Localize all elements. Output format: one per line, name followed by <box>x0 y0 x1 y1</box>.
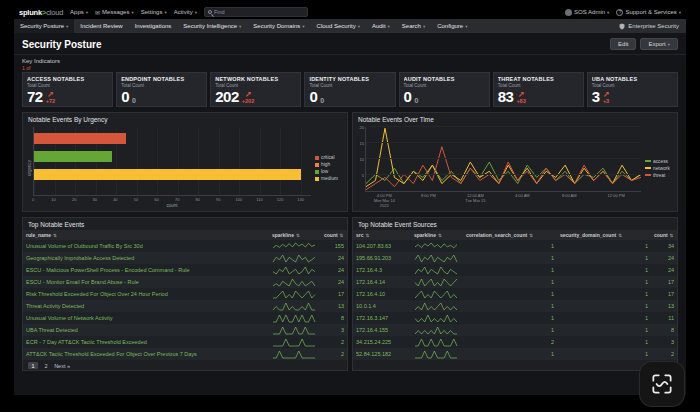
urgency-bar-critical[interactable] <box>34 133 126 144</box>
nav-security-domains[interactable]: Security Domains▾ <box>247 19 310 33</box>
table-row[interactable]: Unusual Volume of Outbound Traffic By Sr… <box>23 240 347 252</box>
count-cell[interactable]: 3 <box>321 324 347 336</box>
src-link[interactable]: 172.16.4.155 <box>356 327 388 333</box>
col-sparkline[interactable]: sparkline <box>269 230 321 240</box>
src-link[interactable]: 195.66.91.203 <box>356 255 391 261</box>
rule-name-link[interactable]: Unusual Volume of Outbound Traffic By Sr… <box>26 243 143 249</box>
security-domain-count-cell[interactable]: 1 <box>557 264 651 276</box>
table-row[interactable]: 52.84.125.182112 <box>353 348 677 360</box>
security-domain-count-cell[interactable]: 1 <box>557 324 651 336</box>
count-cell[interactable]: 34 <box>651 240 677 252</box>
correlation-search-count-cell[interactable]: 1 <box>463 324 557 336</box>
rule-name-link[interactable]: Threat Activity Detected <box>26 303 84 309</box>
security-domain-count-cell[interactable]: 1 <box>557 348 651 360</box>
page-button-2[interactable]: 2 <box>41 362 51 369</box>
src-link[interactable]: 34.215.24.225 <box>356 339 391 345</box>
col-sparkline[interactable]: sparkline <box>411 230 463 240</box>
splunk-cloud-logo[interactable]: splunk>cloud <box>19 8 63 17</box>
security-domain-count-cell[interactable]: 1 <box>557 252 651 264</box>
user-menu[interactable]: SOS Admin▾ <box>565 9 609 16</box>
nav-incident-review[interactable]: Incident Review <box>74 19 128 33</box>
legend-item-network[interactable]: network <box>645 166 673 171</box>
col-count[interactable]: count <box>651 230 677 240</box>
rule-name-link[interactable]: Risk Threshold Exceeded For Object Over … <box>26 291 168 297</box>
nav-investigations[interactable]: Investigations <box>129 19 178 33</box>
kpi-endpoint-notables[interactable]: ENDPOINT NOTABLES Total Count 0↗0 <box>116 72 207 107</box>
table-row[interactable]: ESCU - Monitor Email For Brand Abuse - R… <box>23 276 347 288</box>
page-button-1[interactable]: 1 <box>28 362 38 369</box>
table-row[interactable]: Unusual Volume of Network Activity8 <box>23 312 347 324</box>
src-link[interactable]: 104.207.83.63 <box>356 243 391 249</box>
table-row[interactable]: 172.16.4.101117 <box>353 288 677 300</box>
security-domain-count-cell[interactable]: 1 <box>557 336 651 348</box>
table-row[interactable]: 172.16.3.1471111 <box>353 312 677 324</box>
security-domain-count-cell[interactable]: 1 <box>557 312 651 324</box>
count-cell[interactable]: 2 <box>651 348 677 360</box>
apps-menu[interactable]: Apps▾ <box>70 9 88 15</box>
table-row[interactable]: 172.16.4.141117 <box>353 276 677 288</box>
count-cell[interactable]: 24 <box>321 264 347 276</box>
table-row[interactable]: Risk Threshold Exceeded For Object Over … <box>23 288 347 300</box>
activity-menu[interactable]: Activity▾ <box>174 9 197 15</box>
security-domain-count-cell[interactable]: 1 <box>557 300 651 312</box>
correlation-search-count-cell[interactable]: 1 <box>463 252 557 264</box>
correlation-search-count-cell[interactable]: 1 <box>463 240 557 252</box>
count-cell[interactable]: 17 <box>651 288 677 300</box>
col-correlation-search-count[interactable]: correlation_search_count <box>463 230 557 240</box>
src-link[interactable]: 172.16.4.14 <box>356 279 385 285</box>
src-link[interactable]: 172.16.3.147 <box>356 315 388 321</box>
table-row[interactable]: 34.215.24.225213 <box>353 336 677 348</box>
messages-menu[interactable]: ✉Messages▾ <box>95 9 134 16</box>
legend-item-critical[interactable]: critical <box>315 155 343 160</box>
table-row[interactable]: 10.0.1.41113 <box>353 300 677 312</box>
nav-configure[interactable]: Configure▾ <box>431 19 473 33</box>
src-link[interactable]: 172.16.4.10 <box>356 291 385 297</box>
export-button[interactable]: Export▾ <box>640 38 678 50</box>
col-rule-name[interactable]: rule_name <box>23 230 269 240</box>
rule-name-link[interactable]: ATT&CK Tactic Threshold Exceeded For Obj… <box>26 351 197 357</box>
table-row[interactable]: ESCU - Malicious PowerShell Process - En… <box>23 264 347 276</box>
src-link[interactable]: 10.0.1.4 <box>356 303 376 309</box>
count-cell[interactable]: 24 <box>651 264 677 276</box>
urgency-bar-medium[interactable] <box>34 169 301 180</box>
count-cell[interactable]: 2 <box>321 348 347 360</box>
src-link[interactable]: 172.16.4.3 <box>356 267 382 273</box>
correlation-search-count-cell[interactable]: 2 <box>463 336 557 348</box>
settings-menu[interactable]: Settings▾ <box>141 9 167 15</box>
security-domain-count-cell[interactable]: 1 <box>557 240 651 252</box>
count-cell[interactable]: 24 <box>321 276 347 288</box>
support-menu[interactable]: ?Support & Services▾ <box>616 9 681 16</box>
col-src[interactable]: src <box>353 230 411 240</box>
nav-search[interactable]: Search▾ <box>396 19 431 33</box>
legend-item-threat[interactable]: threat <box>645 173 673 178</box>
col-security-domain-count[interactable]: security_domain_count <box>557 230 651 240</box>
rule-name-link[interactable]: Geographically Improbable Access Detecte… <box>26 255 134 261</box>
legend-item-low[interactable]: low <box>315 169 343 174</box>
nav-cloud-security[interactable]: Cloud Security▾ <box>311 19 366 33</box>
correlation-search-count-cell[interactable]: 1 <box>463 264 557 276</box>
urgency-bar-low[interactable] <box>34 151 112 162</box>
correlation-search-count-cell[interactable]: 1 <box>463 300 557 312</box>
count-cell[interactable]: 13 <box>321 300 347 312</box>
legend-item-high[interactable]: high <box>315 162 343 167</box>
correlation-search-count-cell[interactable]: 1 <box>463 288 557 300</box>
kpi-uba-notables[interactable]: UBA NOTABLES Total Count 3↗+3 <box>587 72 678 107</box>
table-row[interactable]: 104.207.83.631134 <box>353 240 677 252</box>
count-cell[interactable]: 8 <box>321 312 347 324</box>
count-cell[interactable]: 24 <box>321 252 347 264</box>
rule-name-link[interactable]: Unusual Volume of Network Activity <box>26 315 113 321</box>
table-row[interactable]: 172.16.4.155118 <box>353 324 677 336</box>
col-count[interactable]: count <box>321 230 347 240</box>
count-cell[interactable]: 155 <box>321 240 347 252</box>
security-domain-count-cell[interactable]: 1 <box>557 288 651 300</box>
rule-name-link[interactable]: ESCU - Malicious PowerShell Process - En… <box>26 267 190 273</box>
kpi-access-notables[interactable]: ACCESS NOTABLES Total Count 72↗+72 <box>22 72 113 107</box>
count-cell[interactable]: 17 <box>321 288 347 300</box>
table-row[interactable]: 195.66.91.2031124 <box>353 252 677 264</box>
table-row[interactable]: UBA Threat Detected3 <box>23 324 347 336</box>
count-cell[interactable]: 11 <box>651 312 677 324</box>
table-row[interactable]: 172.16.4.31124 <box>353 264 677 276</box>
nav-audit[interactable]: Audit▾ <box>366 19 396 33</box>
table-row[interactable]: ATT&CK Tactic Threshold Exceeded For Obj… <box>23 348 347 360</box>
nav-security-posture[interactable]: Security Posture▾ <box>14 19 74 33</box>
